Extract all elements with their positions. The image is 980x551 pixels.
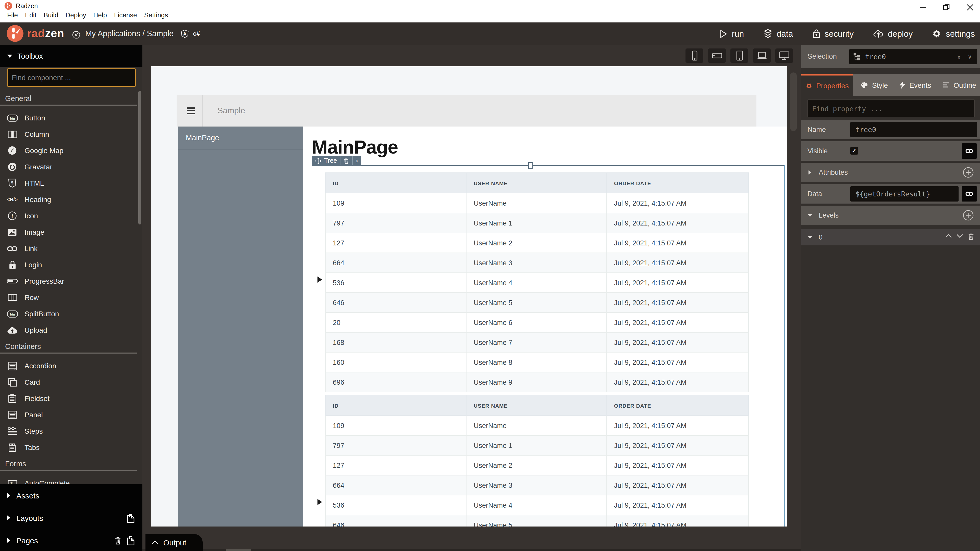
menu-item-license[interactable]: License: [114, 11, 137, 19]
toolbox-item-tabs[interactable]: Tabs: [0, 439, 137, 456]
drag-handle[interactable]: Tree: [312, 156, 341, 165]
find-component-input[interactable]: [7, 68, 136, 87]
toolbox-item-link[interactable]: Link: [0, 240, 137, 257]
toolbox-item-row[interactable]: Row: [0, 289, 137, 306]
design-surface[interactable]: Sample MainPage MainPage Tree ›: [151, 66, 787, 527]
toolbox-scrollbar[interactable]: [138, 91, 142, 224]
tab-outline[interactable]: Outline: [943, 81, 976, 89]
toolbox-item-login[interactable]: Login: [0, 257, 137, 273]
tree-table-1[interactable]: IDUSER NAMEORDER DATE109UserNameJul 9, 2…: [325, 172, 749, 392]
delete-level-icon[interactable]: [968, 233, 974, 240]
panel-toggle-assets[interactable]: Assets: [0, 484, 142, 507]
data-button[interactable]: data: [763, 29, 793, 38]
breadcrumb[interactable]: My Applications / Sample: [85, 29, 173, 38]
settings-button[interactable]: settings: [932, 29, 975, 38]
minimize-icon[interactable]: [918, 2, 928, 12]
property-row-levels[interactable]: Levels: [801, 206, 980, 225]
table-row[interactable]: 696UserName 9Jul 9, 2021, 4:15:07 AM: [325, 372, 749, 392]
property-row-attributes[interactable]: Attributes: [801, 163, 980, 182]
table-row[interactable]: 168UserName 7Jul 9, 2021, 4:15:07 AM: [325, 332, 749, 352]
device-laptop-button[interactable]: [753, 48, 771, 63]
move-level-down-icon[interactable]: [956, 233, 963, 238]
table-row[interactable]: 109UserNameJul 9, 2021, 4:15:07 AM: [325, 416, 749, 435]
add-level-icon[interactable]: [963, 210, 974, 221]
tree-table-2[interactable]: IDUSER NAMEORDER DATE109UserNameJul 9, 2…: [325, 395, 749, 527]
table-row[interactable]: 797UserName 1Jul 9, 2021, 4:15:07 AM: [325, 435, 749, 455]
menu-item-edit[interactable]: Edit: [25, 11, 37, 19]
name-input[interactable]: tree0: [850, 122, 977, 137]
toolbox-item-steps[interactable]: Steps: [0, 423, 137, 439]
chevron-down-icon[interactable]: ∨: [968, 53, 972, 60]
table-row[interactable]: 664UserName 3Jul 9, 2021, 4:15:07 AM: [325, 475, 749, 495]
level-0-header[interactable]: 0: [801, 229, 980, 245]
close-icon[interactable]: [965, 2, 975, 12]
column-header[interactable]: ORDER DATE: [607, 395, 749, 416]
table-row[interactable]: 646UserName 5Jul 9, 2021, 4:15:07 AM: [325, 292, 749, 313]
toolbox-item-progressbar[interactable]: ProgressBar: [0, 273, 137, 289]
clear-selection-icon[interactable]: x: [957, 53, 961, 60]
expand-toolbar-button[interactable]: ›: [353, 156, 361, 165]
toolbox-header[interactable]: Toolbox: [0, 45, 142, 67]
tab-properties[interactable]: Properties: [801, 74, 853, 96]
table-row[interactable]: 664UserName 3Jul 9, 2021, 4:15:07 AM: [325, 253, 749, 273]
toolbox-item-gravatar[interactable]: Gravatar: [0, 159, 137, 175]
data-input[interactable]: ${getOrdersResult}: [850, 186, 959, 202]
menu-item-file[interactable]: File: [7, 11, 18, 19]
add-page-icon[interactable]: [127, 535, 135, 545]
column-header[interactable]: USER NAME: [466, 173, 607, 193]
device-tablet-portrait-button[interactable]: [730, 48, 748, 63]
toolbox-item-google-map[interactable]: Google Map: [0, 142, 137, 159]
table-row[interactable]: 536UserName 4Jul 9, 2021, 4:15:07 AM: [325, 273, 749, 292]
toolbox-item-image[interactable]: Image: [0, 224, 137, 240]
table-row[interactable]: 160UserName 8Jul 9, 2021, 4:15:07 AM: [325, 352, 749, 372]
column-header[interactable]: ID: [325, 395, 466, 416]
toolbox-item-html[interactable]: 5HTML: [0, 175, 137, 191]
toolbox-item-column[interactable]: Column: [0, 126, 137, 142]
toolbox-item-splitbutton[interactable]: btnSplitButton: [0, 306, 137, 322]
toolbox-item-icon[interactable]: iIcon: [0, 208, 137, 224]
table-row[interactable]: 797UserName 1Jul 9, 2021, 4:15:07 AM: [325, 213, 749, 233]
hamburger-menu-icon[interactable]: [187, 107, 195, 114]
table-row[interactable]: 109UserNameJul 9, 2021, 4:15:07 AM: [325, 193, 749, 213]
security-button[interactable]: security: [812, 29, 854, 38]
table-row[interactable]: 127UserName 2Jul 9, 2021, 4:15:07 AM: [325, 233, 749, 253]
bind-data-button[interactable]: [962, 186, 977, 202]
tab-events[interactable]: Events: [900, 81, 931, 89]
canvas-vertical-scrollbar[interactable]: [790, 73, 797, 131]
panel-toggle-layouts[interactable]: Layouts: [0, 507, 142, 529]
device-phone-portrait-button[interactable]: [686, 48, 703, 63]
add-attribute-icon[interactable]: [963, 167, 974, 178]
menu-item-settings[interactable]: Settings: [144, 11, 168, 19]
toolbox-item-accordion[interactable]: Accordion: [0, 358, 137, 374]
toolbox-item-panel[interactable]: Panel: [0, 407, 137, 423]
toolbox-item-heading[interactable]: <H/>Heading: [0, 191, 137, 208]
delete-component-button[interactable]: [341, 156, 353, 165]
toolbox-item-upload[interactable]: Upload: [0, 322, 137, 338]
table-row[interactable]: 536UserName 4Jul 9, 2021, 4:15:07 AM: [325, 495, 749, 515]
tab-style[interactable]: Style: [861, 81, 888, 89]
run-button[interactable]: run: [719, 29, 744, 38]
toolbox-item-button[interactable]: btnButton: [0, 110, 137, 126]
visible-checkbox[interactable]: ✓: [850, 147, 858, 155]
resize-handle[interactable]: [528, 162, 533, 169]
table-row[interactable]: 127UserName 2Jul 9, 2021, 4:15:07 AM: [325, 455, 749, 475]
device-desktop-button[interactable]: [775, 48, 793, 63]
menu-item-deploy[interactable]: Deploy: [65, 11, 86, 19]
toolbox-item-card[interactable]: Card: [0, 374, 137, 390]
tree-expand-icon[interactable]: [318, 499, 322, 505]
table-row[interactable]: 20UserName 6Jul 9, 2021, 4:15:07 AM: [325, 313, 749, 332]
column-header[interactable]: ORDER DATE: [607, 173, 749, 193]
column-header[interactable]: USER NAME: [466, 395, 607, 416]
output-panel-toggle[interactable]: Output: [145, 534, 203, 551]
device-phone-landscape-button[interactable]: [708, 48, 726, 63]
sidebar-item-mainpage[interactable]: MainPage: [178, 127, 303, 149]
tree-expand-icon[interactable]: [318, 276, 322, 283]
toolbox-item-fieldset[interactable]: Fieldset: [0, 390, 137, 407]
deploy-button[interactable]: deploy: [873, 29, 913, 38]
radzen-logo[interactable]: radzen: [6, 24, 64, 42]
menu-item-help[interactable]: Help: [94, 11, 107, 19]
column-header[interactable]: ID: [325, 173, 466, 193]
delete-icon[interactable]: [115, 535, 121, 545]
selection-combobox[interactable]: tree0 x ∨: [850, 49, 977, 64]
table-row[interactable]: 646UserName 5Jul 9, 2021, 4:15:07 AM: [325, 515, 749, 527]
